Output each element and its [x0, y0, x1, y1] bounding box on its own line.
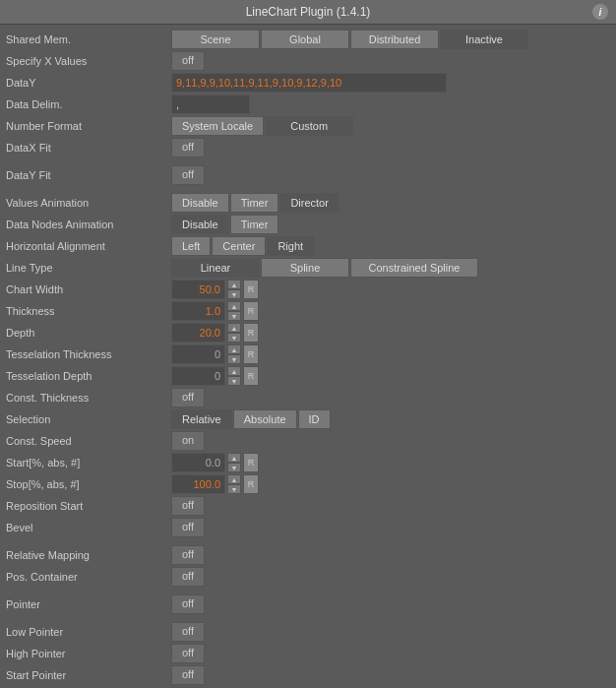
tesselation-thickness-spinners: ▲ ▼: [227, 344, 241, 364]
number-format-custom[interactable]: Custom: [265, 116, 353, 136]
depth-down[interactable]: ▼: [227, 333, 241, 343]
values-animation-disable[interactable]: Disable: [171, 193, 229, 213]
pos-container-value[interactable]: off: [171, 567, 205, 587]
start-down[interactable]: ▼: [227, 463, 241, 472]
start-pointer-value[interactable]: off: [171, 665, 205, 685]
stop-group: ▲ ▼ R: [171, 474, 610, 494]
datay-label: DataY: [6, 77, 171, 89]
tesselation-depth-group: ▲ ▼ R: [171, 366, 610, 386]
number-format-label: Number Format: [6, 120, 171, 132]
chart-width-spinners: ▲ ▼: [227, 280, 241, 299]
datax-fit-value[interactable]: off: [171, 138, 205, 157]
values-animation-label: Values Animation: [6, 197, 171, 209]
tesselation-thickness-group: ▲ ▼ R: [171, 344, 610, 364]
start-spinners: ▲ ▼: [227, 453, 241, 472]
low-pointer-label: Low Pointer: [6, 626, 171, 638]
selection-id[interactable]: ID: [298, 409, 331, 429]
depth-input[interactable]: [171, 323, 225, 343]
depth-reset[interactable]: R: [243, 323, 259, 343]
data-nodes-animation-timer[interactable]: Timer: [230, 215, 279, 234]
thickness-reset[interactable]: R: [243, 301, 259, 321]
data-nodes-animation-disable[interactable]: Disable: [171, 215, 229, 234]
selection-label: Selection: [6, 413, 171, 425]
stop-spinners: ▲ ▼: [227, 474, 241, 494]
selection-relative[interactable]: Relative: [171, 409, 232, 429]
stop-label: Stop[%, abs, #]: [6, 478, 171, 490]
thickness-group: ▲ ▼ R: [171, 301, 610, 321]
specify-x-value[interactable]: off: [171, 51, 205, 71]
chart-width-up[interactable]: ▲: [227, 280, 241, 289]
horizontal-alignment-center[interactable]: Center: [212, 236, 266, 256]
chart-width-down[interactable]: ▼: [227, 289, 241, 299]
chart-width-group: ▲ ▼ R: [171, 280, 610, 299]
horizontal-alignment-right[interactable]: Right: [267, 236, 314, 256]
horizontal-alignment-left[interactable]: Left: [171, 236, 211, 256]
const-speed-label: Const. Speed: [6, 435, 171, 447]
const-speed-value[interactable]: on: [171, 431, 205, 451]
depth-up[interactable]: ▲: [227, 323, 241, 333]
info-button[interactable]: i: [592, 4, 608, 20]
bevel-label: Bevel: [6, 522, 171, 533]
data-delim-input[interactable]: [171, 94, 250, 114]
stop-up[interactable]: ▲: [227, 474, 241, 484]
tesselation-thickness-input[interactable]: [171, 344, 225, 364]
values-animation-timer[interactable]: Timer: [230, 193, 279, 213]
start-label: Start[%, abs, #]: [6, 457, 171, 469]
thickness-up[interactable]: ▲: [227, 301, 241, 311]
relative-mapping-value[interactable]: off: [171, 545, 205, 565]
datay-fit-label: DataY Fit: [6, 169, 171, 181]
chart-width-reset[interactable]: R: [243, 280, 259, 299]
datay-fit-value[interactable]: off: [171, 165, 205, 185]
thickness-spinners: ▲ ▼: [227, 301, 241, 321]
start-input[interactable]: [171, 453, 225, 472]
values-animation-director[interactable]: Director: [279, 193, 339, 213]
datax-fit-label: DataX Fit: [6, 142, 171, 154]
const-thickness-label: Const. Thickness: [6, 392, 171, 404]
selection-absolute[interactable]: Absolute: [233, 409, 297, 429]
reposition-start-value[interactable]: off: [171, 496, 205, 516]
chart-width-label: Chart Width: [6, 283, 171, 295]
data-nodes-animation-label: Data Nodes Animation: [6, 219, 171, 230]
reposition-start-label: Reposition Start: [6, 500, 171, 512]
tesselation-depth-spinners: ▲ ▼: [227, 366, 241, 386]
start-pointer-label: Start Pointer: [6, 669, 171, 681]
shared-mem-scene[interactable]: Scene: [171, 30, 260, 49]
start-up[interactable]: ▲: [227, 453, 241, 463]
stop-input[interactable]: [171, 474, 225, 494]
tesselation-depth-up[interactable]: ▲: [227, 366, 241, 376]
selection-group: Relative Absolute ID: [171, 409, 610, 429]
tesselation-depth-reset[interactable]: R: [243, 366, 259, 386]
window-title: LineChart Plugin (1.4.1): [246, 5, 371, 19]
line-type-group: Linear Spline Constrained Spline: [171, 258, 610, 278]
shared-mem-distributed[interactable]: Distributed: [350, 30, 439, 49]
shared-mem-global[interactable]: Global: [261, 30, 349, 49]
tesselation-depth-down[interactable]: ▼: [227, 376, 241, 386]
line-type-label: Line Type: [6, 262, 171, 274]
pointer-value[interactable]: off: [171, 594, 205, 614]
depth-group: ▲ ▼ R: [171, 323, 610, 343]
const-thickness-value[interactable]: off: [171, 388, 205, 407]
shared-mem-inactive[interactable]: Inactive: [440, 30, 528, 49]
chart-width-input[interactable]: [171, 280, 225, 299]
stop-reset[interactable]: R: [243, 474, 259, 494]
line-type-linear[interactable]: Linear: [171, 258, 260, 278]
stop-down[interactable]: ▼: [227, 484, 241, 494]
tesselation-depth-label: Tesselation Depth: [6, 370, 171, 382]
horizontal-alignment-group: Left Center Right: [171, 236, 610, 256]
low-pointer-value[interactable]: off: [171, 622, 205, 642]
bevel-value[interactable]: off: [171, 518, 205, 537]
tesselation-thickness-down[interactable]: ▼: [227, 354, 241, 364]
high-pointer-value[interactable]: off: [171, 644, 205, 663]
thickness-input[interactable]: [171, 301, 225, 321]
number-format-system[interactable]: System Locale: [171, 116, 264, 136]
specify-x-label: Specify X Values: [6, 55, 171, 67]
start-reset[interactable]: R: [243, 453, 259, 472]
tesselation-thickness-reset[interactable]: R: [243, 344, 259, 364]
tesselation-depth-input[interactable]: [171, 366, 225, 386]
depth-label: Depth: [6, 327, 171, 339]
datay-input[interactable]: [171, 73, 447, 93]
line-type-spline[interactable]: Spline: [261, 258, 349, 278]
line-type-constrained[interactable]: Constrained Spline: [350, 258, 478, 278]
tesselation-thickness-up[interactable]: ▲: [227, 344, 241, 354]
thickness-down[interactable]: ▼: [227, 311, 241, 321]
